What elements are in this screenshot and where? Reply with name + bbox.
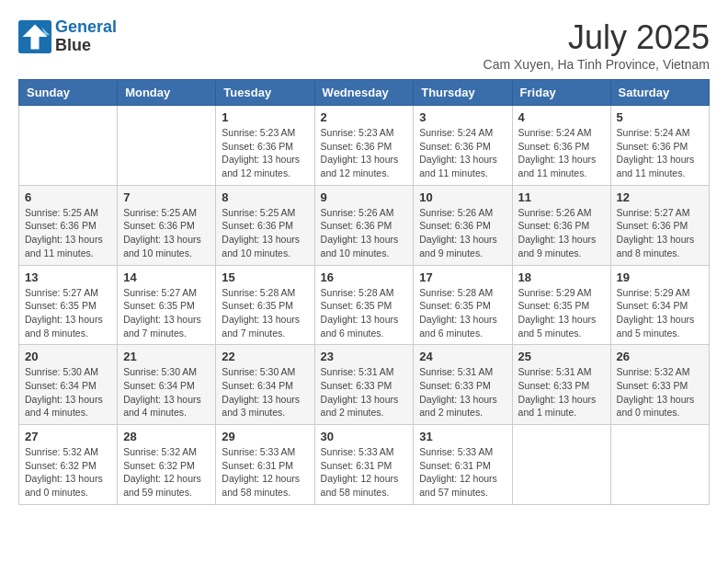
calendar-cell: 11Sunrise: 5:26 AM Sunset: 6:36 PM Dayli… xyxy=(512,185,610,265)
location-subtitle: Cam Xuyen, Ha Tinh Province, Vietnam xyxy=(483,57,710,72)
day-info: Sunrise: 5:26 AM Sunset: 6:36 PM Dayligh… xyxy=(321,206,408,260)
calendar-cell: 29Sunrise: 5:33 AM Sunset: 6:31 PM Dayli… xyxy=(216,425,314,505)
calendar-cell: 28Sunrise: 5:32 AM Sunset: 6:32 PM Dayli… xyxy=(118,425,216,505)
weekday-header-saturday: Saturday xyxy=(610,80,709,106)
calendar-cell: 30Sunrise: 5:33 AM Sunset: 6:31 PM Dayli… xyxy=(314,425,414,505)
day-info: Sunrise: 5:31 AM Sunset: 6:33 PM Dayligh… xyxy=(419,365,506,419)
day-number: 16 xyxy=(321,270,408,284)
day-number: 1 xyxy=(222,110,308,124)
day-number: 28 xyxy=(123,430,210,443)
calendar-cell: 31Sunrise: 5:33 AM Sunset: 6:31 PM Dayli… xyxy=(414,425,512,505)
day-info: Sunrise: 5:25 AM Sunset: 6:36 PM Dayligh… xyxy=(123,206,210,260)
day-number: 12 xyxy=(617,190,703,204)
calendar-header-row: SundayMondayTuesdayWednesdayThursdayFrid… xyxy=(19,80,710,106)
calendar-cell: 25Sunrise: 5:31 AM Sunset: 6:33 PM Dayli… xyxy=(512,345,610,425)
day-info: Sunrise: 5:25 AM Sunset: 6:36 PM Dayligh… xyxy=(25,206,111,260)
calendar-cell: 21Sunrise: 5:30 AM Sunset: 6:34 PM Dayli… xyxy=(118,345,216,425)
day-info: Sunrise: 5:24 AM Sunset: 6:36 PM Dayligh… xyxy=(518,126,605,180)
logo-blue: Blue xyxy=(55,37,117,55)
calendar-cell: 23Sunrise: 5:31 AM Sunset: 6:33 PM Dayli… xyxy=(314,345,414,425)
day-number: 9 xyxy=(321,190,408,204)
day-number: 23 xyxy=(321,350,408,363)
day-info: Sunrise: 5:27 AM Sunset: 6:35 PM Dayligh… xyxy=(25,286,111,340)
day-number: 17 xyxy=(419,270,506,284)
day-number: 4 xyxy=(518,110,605,124)
day-info: Sunrise: 5:27 AM Sunset: 6:36 PM Dayligh… xyxy=(617,206,703,260)
day-number: 15 xyxy=(222,270,308,284)
calendar-body: 1Sunrise: 5:23 AM Sunset: 6:36 PM Daylig… xyxy=(19,106,710,505)
weekday-header-tuesday: Tuesday xyxy=(216,80,314,106)
day-info: Sunrise: 5:31 AM Sunset: 6:33 PM Dayligh… xyxy=(518,365,605,419)
calendar-cell: 4Sunrise: 5:24 AM Sunset: 6:36 PM Daylig… xyxy=(512,106,610,186)
day-info: Sunrise: 5:31 AM Sunset: 6:33 PM Dayligh… xyxy=(321,365,408,419)
weekday-header-friday: Friday xyxy=(512,80,610,106)
calendar-week-1: 1Sunrise: 5:23 AM Sunset: 6:36 PM Daylig… xyxy=(19,106,710,186)
calendar-cell: 15Sunrise: 5:28 AM Sunset: 6:35 PM Dayli… xyxy=(216,265,314,345)
day-info: Sunrise: 5:28 AM Sunset: 6:35 PM Dayligh… xyxy=(419,286,506,340)
day-info: Sunrise: 5:33 AM Sunset: 6:31 PM Dayligh… xyxy=(419,445,506,500)
day-info: Sunrise: 5:27 AM Sunset: 6:35 PM Dayligh… xyxy=(123,286,210,340)
logo: General Blue xyxy=(18,18,117,55)
weekday-header-wednesday: Wednesday xyxy=(314,80,414,106)
calendar-cell: 20Sunrise: 5:30 AM Sunset: 6:34 PM Dayli… xyxy=(19,345,118,425)
calendar-cell: 27Sunrise: 5:32 AM Sunset: 6:32 PM Dayli… xyxy=(19,425,118,505)
day-number: 24 xyxy=(419,350,506,363)
calendar-cell: 6Sunrise: 5:25 AM Sunset: 6:36 PM Daylig… xyxy=(19,185,118,265)
day-info: Sunrise: 5:32 AM Sunset: 6:33 PM Dayligh… xyxy=(617,365,703,419)
calendar-cell: 19Sunrise: 5:29 AM Sunset: 6:34 PM Dayli… xyxy=(610,265,709,345)
day-info: Sunrise: 5:24 AM Sunset: 6:36 PM Dayligh… xyxy=(419,126,506,180)
calendar-cell: 9Sunrise: 5:26 AM Sunset: 6:36 PM Daylig… xyxy=(314,185,414,265)
day-number: 14 xyxy=(123,270,210,284)
calendar-week-5: 27Sunrise: 5:32 AM Sunset: 6:32 PM Dayli… xyxy=(19,425,710,505)
calendar-cell: 1Sunrise: 5:23 AM Sunset: 6:36 PM Daylig… xyxy=(216,106,314,186)
calendar-cell xyxy=(19,106,118,186)
day-number: 21 xyxy=(123,350,210,363)
calendar-cell: 14Sunrise: 5:27 AM Sunset: 6:35 PM Dayli… xyxy=(118,265,216,345)
day-info: Sunrise: 5:24 AM Sunset: 6:36 PM Dayligh… xyxy=(617,126,703,180)
calendar-cell: 3Sunrise: 5:24 AM Sunset: 6:36 PM Daylig… xyxy=(414,106,512,186)
calendar-cell: 7Sunrise: 5:25 AM Sunset: 6:36 PM Daylig… xyxy=(118,185,216,265)
title-block: July 2025 Cam Xuyen, Ha Tinh Province, V… xyxy=(483,18,710,72)
calendar-cell: 10Sunrise: 5:26 AM Sunset: 6:36 PM Dayli… xyxy=(414,185,512,265)
day-info: Sunrise: 5:30 AM Sunset: 6:34 PM Dayligh… xyxy=(123,365,210,419)
day-info: Sunrise: 5:28 AM Sunset: 6:35 PM Dayligh… xyxy=(321,286,408,340)
day-number: 13 xyxy=(25,270,111,284)
day-number: 10 xyxy=(419,190,506,204)
day-number: 27 xyxy=(25,430,111,443)
calendar-cell: 8Sunrise: 5:25 AM Sunset: 6:36 PM Daylig… xyxy=(216,185,314,265)
day-info: Sunrise: 5:25 AM Sunset: 6:36 PM Dayligh… xyxy=(222,206,308,260)
calendar-cell: 2Sunrise: 5:23 AM Sunset: 6:36 PM Daylig… xyxy=(314,106,414,186)
day-number: 22 xyxy=(222,350,308,363)
calendar-cell: 16Sunrise: 5:28 AM Sunset: 6:35 PM Dayli… xyxy=(314,265,414,345)
day-number: 26 xyxy=(617,350,703,363)
day-number: 20 xyxy=(25,350,111,363)
day-info: Sunrise: 5:23 AM Sunset: 6:36 PM Dayligh… xyxy=(321,126,408,180)
day-number: 7 xyxy=(123,190,210,204)
calendar-cell: 18Sunrise: 5:29 AM Sunset: 6:35 PM Dayli… xyxy=(512,265,610,345)
calendar-cell: 17Sunrise: 5:28 AM Sunset: 6:35 PM Dayli… xyxy=(414,265,512,345)
weekday-header-monday: Monday xyxy=(118,80,216,106)
calendar-week-2: 6Sunrise: 5:25 AM Sunset: 6:36 PM Daylig… xyxy=(19,185,710,265)
calendar-cell: 5Sunrise: 5:24 AM Sunset: 6:36 PM Daylig… xyxy=(610,106,709,186)
day-number: 3 xyxy=(419,110,506,124)
page-header: General Blue July 2025 Cam Xuyen, Ha Tin… xyxy=(18,18,710,72)
logo-general: General xyxy=(55,17,117,36)
day-number: 6 xyxy=(25,190,111,204)
day-info: Sunrise: 5:23 AM Sunset: 6:36 PM Dayligh… xyxy=(222,126,308,180)
day-number: 29 xyxy=(222,430,308,443)
day-number: 2 xyxy=(321,110,408,124)
day-number: 19 xyxy=(617,270,703,284)
calendar-week-4: 20Sunrise: 5:30 AM Sunset: 6:34 PM Dayli… xyxy=(19,345,710,425)
day-info: Sunrise: 5:28 AM Sunset: 6:35 PM Dayligh… xyxy=(222,286,308,340)
calendar-cell: 13Sunrise: 5:27 AM Sunset: 6:35 PM Dayli… xyxy=(19,265,118,345)
day-info: Sunrise: 5:29 AM Sunset: 6:35 PM Dayligh… xyxy=(518,286,605,340)
day-number: 31 xyxy=(419,430,506,443)
day-number: 8 xyxy=(222,190,308,204)
weekday-header-thursday: Thursday xyxy=(414,80,512,106)
calendar-cell xyxy=(610,425,709,505)
calendar-week-3: 13Sunrise: 5:27 AM Sunset: 6:35 PM Dayli… xyxy=(19,265,710,345)
day-info: Sunrise: 5:30 AM Sunset: 6:34 PM Dayligh… xyxy=(222,365,308,419)
calendar-cell: 24Sunrise: 5:31 AM Sunset: 6:33 PM Dayli… xyxy=(414,345,512,425)
day-number: 30 xyxy=(321,430,408,443)
day-number: 5 xyxy=(617,110,703,124)
